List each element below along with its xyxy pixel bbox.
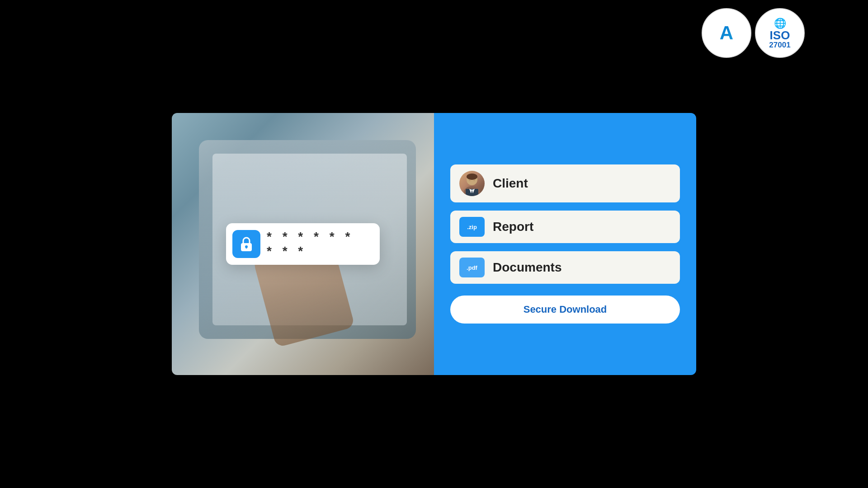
pdf-badge: .pdf xyxy=(459,258,485,277)
zip-badge: .zip xyxy=(459,217,485,237)
documents-label: Documents xyxy=(493,260,561,275)
iso-badge: 🌐 ISO 27001 xyxy=(755,8,805,58)
lock-icon xyxy=(238,236,255,252)
report-item: .zip Report xyxy=(450,211,680,243)
client-avatar xyxy=(459,171,485,196)
lock-icon-box xyxy=(232,230,260,258)
iso-number: 27001 xyxy=(769,41,790,49)
password-widget: * * * * * * * * * xyxy=(226,223,380,265)
svg-point-5 xyxy=(467,174,477,180)
zip-badge-text: .zip xyxy=(467,224,477,230)
client-label: Client xyxy=(493,176,528,191)
client-item: Client xyxy=(450,164,680,202)
iso-label: ISO xyxy=(770,29,790,41)
svg-point-10 xyxy=(474,179,475,181)
svg-rect-6 xyxy=(466,189,478,196)
pdf-badge-text: .pdf xyxy=(467,264,477,271)
svg-rect-2 xyxy=(246,247,247,249)
password-dots: * * * * * * * * * xyxy=(267,230,369,258)
secure-download-button[interactable]: Secure Download xyxy=(450,296,680,324)
left-panel: * * * * * * * * * xyxy=(172,113,434,375)
iso-globe-icon: 🌐 xyxy=(774,18,786,29)
azure-icon: A xyxy=(720,23,733,42)
right-panel: Client .zip Report .pdf Documents Secure… xyxy=(434,113,696,375)
person-icon xyxy=(459,171,485,196)
report-label: Report xyxy=(493,220,533,234)
azure-badge: A xyxy=(702,8,751,58)
certification-badges: A 🌐 ISO 27001 xyxy=(702,8,805,58)
svg-point-9 xyxy=(469,179,471,181)
main-card: * * * * * * * * * xyxy=(172,113,696,375)
documents-item: .pdf Documents xyxy=(450,251,680,284)
